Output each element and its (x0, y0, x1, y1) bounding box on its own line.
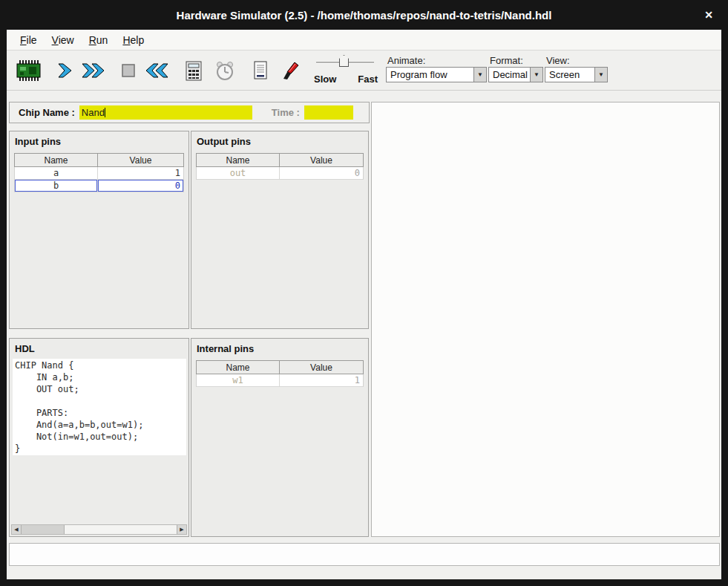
time-field[interactable] (304, 105, 353, 120)
output-pins-panel: Output pins Name Value out 0 (191, 131, 369, 329)
status-bar (9, 543, 720, 566)
script-icon (252, 59, 269, 82)
name-column-header: Name (196, 153, 279, 167)
internal-pins-table: Name Value w1 1 (196, 360, 364, 387)
input-pins-panel: Input pins Name Value a 1 b 0 (9, 131, 189, 329)
clock-ticktock-button[interactable] (209, 55, 240, 86)
pin-name-cell: out (197, 167, 280, 179)
slider-thumb[interactable] (339, 55, 349, 67)
internal-pins-panel: Internal pins Name Value w1 1 (191, 338, 369, 537)
slider-slow-label: Slow (314, 74, 336, 85)
chevron-down-icon[interactable]: ▼ (530, 68, 542, 82)
toolbar: Slow Fast Animate: Program flow ▼ Format… (7, 51, 721, 91)
pin-name-cell: b (15, 180, 98, 192)
table-header: Name Value (196, 360, 364, 374)
single-step-icon (54, 61, 73, 80)
input-pins-title: Input pins (10, 131, 188, 149)
hdl-title: HDL (10, 339, 188, 357)
hdl-panel: HDL CHIP Nand { IN a,b; OUT out; PARTS: … (9, 338, 189, 537)
clear-pins-button[interactable] (273, 55, 304, 86)
view-value: Screen (545, 68, 594, 82)
animate-value: Program flow (387, 68, 473, 82)
view-script-button[interactable] (245, 55, 276, 86)
chip-name-field[interactable]: Nand (79, 105, 252, 120)
hdl-code[interactable]: CHIP Nand { IN a,b; OUT out; PARTS: And(… (13, 359, 186, 455)
run-button[interactable] (78, 55, 109, 86)
menu-help[interactable]: Help (115, 34, 151, 46)
pin-row-a: a 1 (14, 167, 184, 180)
pin-value-cell[interactable]: 0 (98, 180, 183, 192)
calculator-icon (184, 59, 203, 82)
scroll-left-icon[interactable]: ◀ (12, 525, 22, 534)
close-icon[interactable]: ✕ (704, 9, 713, 21)
output-pins-title: Output pins (191, 131, 368, 149)
rewind-icon (143, 61, 170, 80)
slider-fast-label: Fast (358, 74, 378, 85)
scrollbar-thumb[interactable] (22, 525, 65, 534)
name-column-header: Name (196, 360, 279, 374)
value-column-header: Value (97, 153, 184, 167)
reset-button[interactable] (141, 55, 172, 86)
view-label: View: (546, 55, 570, 66)
chip-header-panel: Chip Name : Nand Time : (9, 102, 370, 123)
chevron-down-icon[interactable]: ▼ (473, 68, 486, 82)
input-pins-table: Name Value a 1 b 0 (14, 153, 184, 192)
animate-label: Animate: (387, 55, 425, 66)
title-bar: Hardware Simulator (2.5) - /home/thomas/… (0, 0, 728, 30)
chip-icon (15, 59, 42, 82)
internal-pins-title: Internal pins (191, 339, 368, 357)
clock-icon (214, 59, 235, 82)
hdl-horizontal-scrollbar: ◀ ▶ (11, 524, 187, 535)
animation-speed-slider: Slow Fast (312, 53, 378, 88)
single-step-button[interactable] (48, 55, 79, 86)
scroll-right-icon[interactable]: ▶ (177, 525, 186, 534)
value-column-header: Value (279, 153, 364, 167)
chevron-down-icon[interactable]: ▼ (594, 68, 607, 82)
stop-button[interactable] (113, 55, 144, 86)
time-label: Time : (272, 107, 300, 118)
format-value: Decimal (489, 68, 530, 82)
table-header: Name Value (196, 153, 364, 167)
value-column-header: Value (279, 360, 364, 374)
pin-name-cell: a (15, 167, 98, 179)
pin-row-out: out 0 (196, 167, 364, 180)
output-pins-table: Name Value out 0 (196, 153, 364, 180)
window-content: File View Run Help (7, 30, 721, 579)
pin-name-cell: w1 (197, 374, 280, 386)
view-select[interactable]: Screen ▼ (545, 67, 608, 82)
menu-run[interactable]: Run (82, 34, 116, 46)
screen-view-panel (371, 102, 720, 537)
name-column-header: Name (14, 153, 97, 167)
stop-icon (120, 62, 137, 79)
pin-row-b: b 0 (14, 180, 184, 192)
menu-bar: File View Run Help (7, 30, 721, 51)
format-select[interactable]: Decimal ▼ (488, 67, 543, 82)
table-header: Name Value (14, 153, 184, 167)
run-icon (80, 61, 107, 80)
window-title: Hardware Simulator (2.5) - /home/thomas/… (177, 9, 552, 22)
evaluate-button[interactable] (178, 55, 209, 86)
eraser-brush-icon (278, 59, 300, 82)
text-caret (105, 108, 105, 117)
animate-select[interactable]: Program flow ▼ (386, 67, 487, 82)
pin-value-cell: 1 (280, 374, 363, 386)
chip-name-label: Chip Name : (19, 107, 75, 118)
load-chip-button[interactable] (13, 55, 44, 86)
pin-row-w1: w1 1 (196, 374, 364, 387)
format-label: Format: (490, 55, 523, 66)
menu-view[interactable]: View (45, 34, 82, 46)
pin-value-cell[interactable]: 1 (98, 167, 183, 179)
pin-value-cell: 0 (280, 167, 363, 179)
menu-file[interactable]: File (13, 34, 45, 46)
chip-name-text: Nand (82, 107, 105, 118)
